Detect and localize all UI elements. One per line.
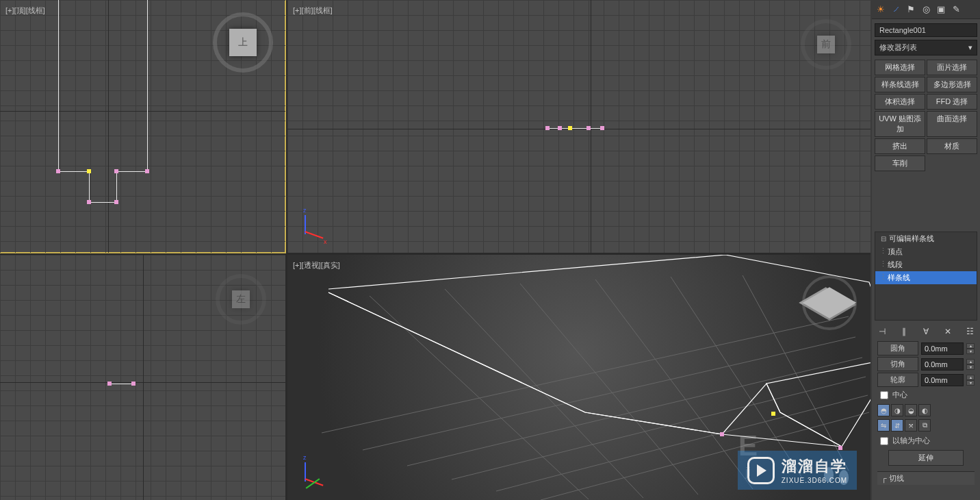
chamfer-param: 切角 0.0mm ▴▾ [877,357,975,371]
viewcube[interactable]: 左 [224,282,258,316]
make-unique-icon[interactable]: ∀ [920,326,932,337]
hierarchy-tab-icon[interactable]: ⚑ [905,3,917,16]
axis-center-checkbox[interactable] [880,437,888,445]
spline-select-button[interactable]: 样条线选择 [875,77,925,92]
fillet-button[interactable]: 圆角 [877,341,918,355]
chamfer-value[interactable]: 0.0mm [921,358,964,371]
tangent-section: ┌ 切线 [877,471,975,485]
watermark: 溜溜自学 ZIXUE.3D66.COM [738,451,857,490]
svg-line-6 [370,296,589,499]
spline-edge[interactable] [547,128,602,129]
viewport-grid: [+][顶][线框] 上 [+][前][线框] 前 z [0,0,871,500]
vertex[interactable] [568,126,572,130]
bool-intersect-icon[interactable]: ◒ [905,404,917,416]
mirror-v-icon[interactable]: ⇵ [891,419,903,432]
viewcube[interactable] [809,282,850,323]
modifier-list-dropdown[interactable]: 修改器列表▾ [875,40,977,55]
fillet-value[interactable]: 0.0mm [921,342,964,355]
center-checkbox[interactable] [880,391,888,399]
vertex[interactable] [558,126,562,130]
vertex-selected[interactable] [771,412,775,416]
fillet-spinner[interactable]: ▴▾ [966,343,975,354]
material-button[interactable]: 材质 [927,138,977,154]
spline-edge[interactable] [89,202,116,203]
vertex[interactable] [838,446,842,450]
vol-select-button[interactable]: 体积选择 [875,94,925,110]
uvw-map-add-button[interactable]: UVW 贴图添加 [875,111,925,137]
outline-value[interactable]: 0.0mm [921,374,964,386]
spline-edge[interactable] [109,384,133,384]
axis-center-row: 以轴为中心 [880,436,972,446]
mirror-h-icon[interactable]: ⇋ [877,419,890,432]
outline-spinner[interactable]: ▴▾ [966,375,975,386]
pin-stack-icon[interactable]: ⊣ [876,326,888,337]
create-tab-icon[interactable]: ☀ [875,3,887,16]
copy-icon[interactable]: ⧉ [918,419,931,432]
viewcube[interactable]: 上 [221,21,265,64]
chamfer-spinner[interactable]: ▴▾ [966,359,975,370]
vertex[interactable] [131,382,136,386]
outline-button[interactable]: 轮廓 [877,373,918,387]
viewport-front[interactable]: [+][前][线框] 前 z x [287,0,871,253]
lathe-button[interactable]: 车削 [875,155,925,171]
object-name-field[interactable]: Rectangle001 [875,23,977,37]
vertex[interactable] [114,169,118,173]
chevron-down-icon: ▾ [968,43,972,52]
extrude-button[interactable]: 挤出 [875,138,925,154]
mirror-both-icon[interactable]: ⤧ [905,419,917,432]
modify-tab-icon[interactable]: ⟋ [890,3,902,16]
mesh-select-button[interactable]: 网格选择 [875,60,925,75]
vertex[interactable] [720,432,724,436]
viewport-left[interactable]: 左 [0,255,285,500]
motion-tab-icon[interactable]: ◎ [920,3,932,16]
viewport-top[interactable]: [+][顶][线框] 上 [0,0,285,253]
display-tab-icon[interactable]: ▣ [935,3,947,16]
viewport-label[interactable]: [+][顶][线框] [5,5,45,16]
patch-select-button[interactable]: 面片选择 [927,60,977,75]
vertex-selected[interactable] [87,169,91,173]
spline-edge[interactable] [116,171,147,172]
chamfer-button[interactable]: 切角 [877,357,918,371]
spline-edge[interactable] [89,171,90,202]
extend-button[interactable]: 延伸 [888,450,964,466]
vertex[interactable] [586,126,591,130]
svg-line-8 [520,284,698,495]
bool-subtract-icon[interactable]: ◑ [891,404,903,416]
outline-param: 轮廓 0.0mm ▴▾ [877,373,975,387]
vertex[interactable] [56,169,60,173]
svg-line-2 [407,358,862,466]
poly-select-button[interactable]: 多边形选择 [927,77,977,92]
vertex[interactable] [107,382,112,386]
utilities-tab-icon[interactable]: ✎ [950,3,962,16]
viewcube[interactable]: 前 [809,27,843,62]
spline-edge[interactable] [116,171,117,202]
vertex[interactable] [600,126,604,130]
configure-sets-icon[interactable]: ☷ [964,326,976,337]
viewport-label[interactable]: [+][前][线框] [293,5,333,16]
remove-modifier-icon[interactable]: ✕ [942,326,954,337]
modstack-root[interactable]: 可编辑样条线 [875,232,977,245]
spline-edge[interactable] [58,171,89,172]
spline-edge[interactable] [147,0,148,171]
viewport-label[interactable]: [+][透视][真实] [293,260,340,271]
play-icon [747,457,775,484]
watermark-url: ZIXUE.3D66.COM [782,477,847,484]
modifier-stack[interactable]: 可编辑样条线 ⋮顶点 ⋮线段 ⋮样条线 [875,232,977,321]
ffd-select-button[interactable]: FFD 选择 [927,94,977,110]
vertex[interactable] [145,169,149,173]
svg-line-1 [363,337,855,450]
modstack-sub-vertex[interactable]: ⋮顶点 [875,245,977,258]
axis-gizmo: z x [305,215,332,242]
spline-edge[interactable] [58,0,59,171]
fillet-param: 圆角 0.0mm ▴▾ [877,341,975,355]
bool-union-icon[interactable]: ◓ [877,404,890,416]
surf-select-button[interactable]: 曲面选择 [927,111,977,137]
vertex[interactable] [545,126,550,130]
modstack-sub-spline[interactable]: ⋮样条线 [875,271,977,284]
bool-merge-icon[interactable]: ◐ [918,404,931,416]
command-panel: ☀ ⟋ ⚑ ◎ ▣ ✎ Rectangle001 修改器列表▾ 网格选择 面片选… [872,0,980,500]
vertex[interactable] [87,200,91,204]
vertex[interactable] [114,200,118,204]
modstack-sub-segment[interactable]: ⋮线段 [875,258,977,271]
show-end-result-icon[interactable]: ∥ [898,326,910,337]
